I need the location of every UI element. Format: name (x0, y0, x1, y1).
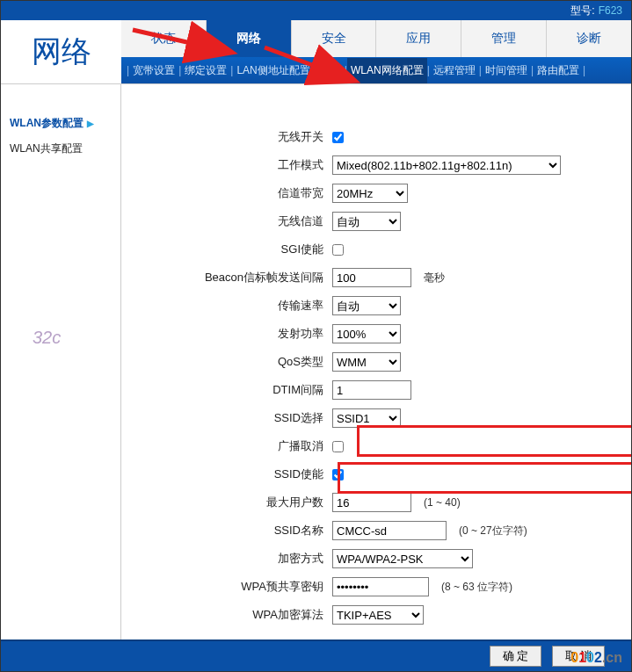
dtim-input[interactable] (332, 380, 411, 400)
tx-power-select[interactable]: 100% (332, 324, 401, 343)
label-broadcast-cancel: 广播取消 (130, 438, 332, 454)
beacon-input[interactable] (332, 268, 411, 287)
label-beacon: Beacon信标帧发送间隔 (130, 270, 332, 285)
footer: 确 定 取 消 (1, 639, 631, 671)
channel-bw-select[interactable]: 20MHz (332, 184, 408, 203)
sub-tabs: |宽带设置 |绑定设置 |LAN侧地址配置 |QoS |WLAN网络配置 |远程… (121, 57, 631, 83)
label-work-mode: 工作模式 (130, 157, 332, 173)
ssid-enable-checkbox[interactable] (332, 469, 344, 481)
label-tx-power: 发射功率 (130, 326, 332, 342)
main-tabs: 状态 网络 安全 应用 管理 诊断 (121, 20, 631, 57)
wpa-key-hint: (8 ~ 63 位字符) (441, 580, 512, 595)
tab-diagnosis[interactable]: 诊断 (547, 20, 631, 57)
sidebar-item-wlan-share[interactable]: WLAN共享配置 (8, 136, 113, 162)
sgi-checkbox[interactable] (332, 244, 344, 256)
wpa-algo-select[interactable]: TKIP+AES (332, 605, 424, 625)
label-wpa-key: WPA预共享密钥 (130, 579, 332, 595)
work-mode-select[interactable]: Mixed(802.11b+802.11g+802.11n) (332, 155, 561, 175)
tx-rate-select[interactable]: 自动 (332, 296, 401, 315)
ssid-name-input[interactable] (332, 521, 447, 540)
label-dtim: DTIM间隔 (130, 382, 332, 398)
tab-management[interactable]: 管理 (461, 20, 547, 57)
ssid-select[interactable]: SSID1 (332, 408, 401, 428)
tab-network[interactable]: 网络 (207, 20, 292, 57)
tab-application[interactable]: 应用 (376, 20, 461, 57)
qos-type-select[interactable]: WMM (332, 352, 401, 372)
subtab-lan[interactable]: LAN侧地址配置 (233, 63, 313, 78)
top-bar: 型号: F623 (1, 1, 631, 20)
label-channel-bw: 信道带宽 (130, 185, 332, 201)
label-wireless-switch: 无线开关 (130, 129, 332, 145)
wpa-key-input[interactable] (332, 577, 429, 596)
label-ssid-name: SSID名称 (130, 523, 332, 538)
label-qos-type: QoS类型 (130, 354, 332, 370)
subtab-wlan[interactable]: WLAN网络配置 (347, 58, 427, 83)
header: 网络 状态 网络 安全 应用 管理 诊断 |宽带设置 |绑定设置 |LAN侧地址… (1, 20, 631, 84)
label-max-users: 最大用户数 (130, 495, 332, 510)
label-ssid-enable: SSID使能 (130, 466, 332, 482)
label-tx-rate: 传输速率 (130, 298, 332, 314)
broadcast-cancel-checkbox[interactable] (332, 441, 344, 452)
cancel-button[interactable]: 取 消 (552, 646, 605, 667)
auth-mode-select[interactable]: WPA/WPA2-PSK (332, 549, 473, 568)
sidebar: WLAN参数配置 WLAN共享配置 (1, 84, 121, 641)
tab-security[interactable]: 安全 (292, 20, 377, 57)
subtab-time[interactable]: 时间管理 (482, 63, 531, 78)
label-wireless-channel: 无线信道 (130, 213, 332, 229)
max-users-hint: (1 ~ 40) (424, 496, 461, 509)
label-wpa-algo: WPA加密算法 (130, 607, 332, 623)
subtab-broadband[interactable]: 宽带设置 (129, 63, 178, 78)
wireless-channel-select[interactable]: 自动 (332, 212, 401, 231)
nav-area: 状态 网络 安全 应用 管理 诊断 |宽带设置 |绑定设置 |LAN侧地址配置 … (121, 20, 631, 83)
subtab-qos[interactable]: QoS (316, 64, 345, 76)
subtab-remote[interactable]: 远程管理 (430, 63, 479, 78)
tab-status[interactable]: 状态 (121, 20, 207, 57)
model-label: 型号: (570, 4, 594, 18)
subtab-binding[interactable]: 绑定设置 (181, 63, 230, 78)
label-auth-mode: 加密方式 (130, 551, 332, 567)
form-content: 无线开关 工作模式 Mixed(802.11b+802.11g+802.11n)… (121, 84, 631, 641)
beacon-hint: 毫秒 (424, 271, 445, 285)
label-ssid-select: SSID选择 (130, 410, 332, 426)
wireless-switch-checkbox[interactable] (332, 132, 344, 143)
ssid-name-hint: (0 ~ 27位字符) (459, 524, 527, 538)
model-value: F623 (599, 4, 622, 17)
sidebar-item-wlan-params[interactable]: WLAN参数配置 (8, 111, 113, 136)
main-area: WLAN参数配置 WLAN共享配置 无线开关 工作模式 Mixed(802.11… (1, 84, 631, 641)
ok-button[interactable]: 确 定 (490, 646, 542, 667)
label-sgi: SGI使能 (130, 242, 332, 257)
max-users-input[interactable] (332, 493, 411, 512)
subtab-route[interactable]: 路由配置 (534, 63, 583, 78)
page-title: 网络 (1, 20, 121, 83)
